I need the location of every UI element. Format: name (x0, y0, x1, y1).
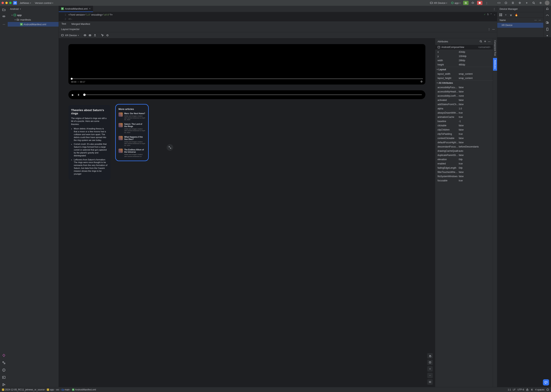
side-tab-attrs[interactable]: Attributes (493, 58, 497, 71)
breadcrumb[interactable]: 2024-12-05_RC11_jetnews_xr_source › app … (2, 388, 96, 391)
attr-row[interactable]: drawingCacheQualitauto (435, 149, 493, 153)
attr-section-layout[interactable]: ▾ Layout (435, 67, 493, 72)
project-tool[interactable] (1, 7, 6, 12)
play-icon[interactable]: ▶ (72, 93, 74, 96)
toolbar-icon-1[interactable] (496, 1, 502, 5)
indent-label[interactable]: 4 spaces (535, 388, 544, 391)
more-item[interactable]: The Endless Allure of the Universe Artic… (118, 149, 145, 157)
attr-row[interactable]: accessibilityHeadi…false (435, 90, 493, 94)
attr-row[interactable]: focusabletrue (435, 178, 493, 183)
attr-row[interactable]: alpha1.0 (435, 106, 493, 111)
attr-row[interactable]: duplicateParentSt…false (435, 153, 493, 157)
close-icon[interactable]: ✕ (89, 7, 91, 10)
expand-fab[interactable] (167, 144, 173, 151)
minimize-icon[interactable]: — (488, 40, 491, 43)
attr-row[interactable]: animationCachetrue (435, 115, 493, 119)
search-icon[interactable] (479, 40, 482, 43)
attr-row[interactable]: filterTouchesWhe…false (435, 170, 493, 174)
stop-button[interactable] (477, 1, 482, 5)
terminal-tool[interactable] (1, 375, 6, 380)
attr-row[interactable]: accessibilityLiveR…none (435, 94, 493, 98)
attr-row[interactable]: baseline-1 (435, 119, 493, 123)
project-view-selector[interactable]: Android ▾ (8, 6, 58, 12)
build-variants[interactable] (1, 360, 6, 365)
file-encoding[interactable]: UTF-8 (517, 388, 524, 391)
gear-icon[interactable] (484, 40, 487, 43)
col-menu[interactable]: ⋯ (534, 19, 537, 21)
close-window[interactable] (1, 2, 4, 4)
more-actions[interactable]: ⋮ (484, 1, 489, 5)
attr-row[interactable]: descendantFocus…beforeDescendants (435, 145, 493, 149)
run-config-selector[interactable]: app ▾ (450, 1, 462, 5)
attr-row[interactable]: activatedfalse (435, 98, 493, 102)
more-item[interactable]: Saturn: The Lord of the Rings Article an… (118, 123, 145, 134)
attr-row[interactable]: elevation0dp (435, 157, 493, 161)
tree-node-app[interactable]: ▾ app (8, 13, 58, 17)
minimize-window[interactable] (5, 2, 8, 4)
notifications-tool[interactable] (546, 7, 549, 11)
video-progress-bar[interactable] (71, 78, 423, 79)
rotate-button[interactable] (427, 360, 433, 365)
attr-row[interactable]: fadingEdgeLength0dp (435, 166, 493, 170)
commit-tool[interactable] (1, 15, 6, 19)
add-device[interactable]: ＋ (505, 13, 507, 17)
audio-slider[interactable] (83, 94, 422, 95)
attr-row[interactable]: height480dp (435, 63, 493, 67)
side-tab-tree[interactable]: Component Tree (493, 38, 497, 58)
col-menu[interactable]: ⋯ (539, 19, 541, 21)
vcs-menu[interactable]: Version control ▾ (34, 1, 54, 5)
tree-node-manifest-file[interactable]: M AndroidManifest.xml (8, 22, 58, 27)
more-tools[interactable]: ⋯ (1, 22, 6, 27)
attr-row[interactable]: width288dp (435, 58, 493, 63)
attr-row[interactable]: clipChildrenfalse (435, 128, 493, 132)
attr-row[interactable]: clickablefalse (435, 123, 493, 128)
user-avatar[interactable] (545, 0, 550, 5)
minimize-icon[interactable]: — (492, 28, 495, 31)
tab-menu[interactable]: ⋮ (493, 7, 495, 10)
toolbar-icon-4[interactable] (517, 1, 522, 5)
code-editor[interactable]: 1 2 <?xml version="1.0" encoding="utf-8"… (59, 12, 497, 21)
inspector-menu[interactable]: ⋮ (488, 28, 490, 31)
emulator-tool[interactable] (546, 28, 549, 32)
article-card[interactable]: Theories about Saturn's rings The origin… (68, 105, 110, 180)
pan-button[interactable] (427, 353, 433, 358)
audio-player[interactable]: ▶ ⏸ (68, 90, 425, 99)
chevron-down-icon[interactable]: ⌄ (494, 13, 495, 16)
maximize-window[interactable] (9, 2, 12, 4)
select-icon[interactable] (101, 34, 104, 37)
crumb-item[interactable]: app (50, 388, 54, 391)
line-ending[interactable]: LF (513, 388, 515, 391)
chevron-up-icon[interactable]: ⌃ (490, 13, 492, 16)
attr-row[interactable]: accessibilityFocu…false (435, 85, 493, 90)
project-selector[interactable]: JetNews ▾ (19, 1, 32, 5)
gradle-tool[interactable] (546, 14, 549, 18)
video-player[interactable]: 00:00 • 00:17 ⚙ (68, 44, 425, 84)
attr-row[interactable]: enabledtrue (435, 161, 493, 166)
eye-icon[interactable] (83, 34, 86, 37)
wifi-icon[interactable] (509, 13, 512, 16)
attr-row[interactable]: defaultFocusHighli…false (435, 140, 493, 145)
attr-row[interactable]: addStatesFromCh…false (435, 102, 493, 106)
more-item[interactable]: What Happens if the Sun Dies? Article an… (118, 136, 145, 147)
process-selector[interactable]: XR Device ▾ (61, 34, 79, 37)
tree-node-manifests[interactable]: ▾ manifests (8, 17, 58, 22)
editor-tab[interactable]: M AndroidManifest.xml ✕ (59, 6, 93, 12)
crumb-item[interactable]: AndroidManifest.xml (75, 388, 96, 391)
attr-row[interactable]: alwaysDrawnWith…true (435, 111, 493, 115)
layout-preview[interactable]: 00:00 • 00:17 ⚙ ▶ ⏸ (59, 38, 435, 387)
attr-row[interactable]: fitsSystemWindowsfalse (435, 174, 493, 178)
process-icon[interactable] (546, 388, 549, 391)
device-row[interactable]: XR Device (497, 23, 543, 28)
crumb-item[interactable]: main (65, 388, 70, 391)
readonly-icon[interactable] (526, 388, 529, 391)
attr-row[interactable]: layout_widthwrap_content (435, 72, 493, 76)
more-articles-card[interactable]: More articles Mars: Our Next Home? Artic… (116, 105, 148, 160)
ai-tool[interactable]: ✦ (546, 34, 548, 37)
firebase-icon[interactable]: 🔥 (515, 14, 518, 16)
crumb-item[interactable]: src (56, 388, 59, 391)
zoom-fit[interactable] (427, 379, 433, 385)
device-manager-tool[interactable] (546, 21, 549, 25)
filter-icon[interactable] (499, 13, 502, 16)
more-item[interactable]: Mars: Our Next Home? Article and images … (118, 112, 145, 121)
attr-row[interactable]: clipToPaddingtrue (435, 132, 493, 136)
